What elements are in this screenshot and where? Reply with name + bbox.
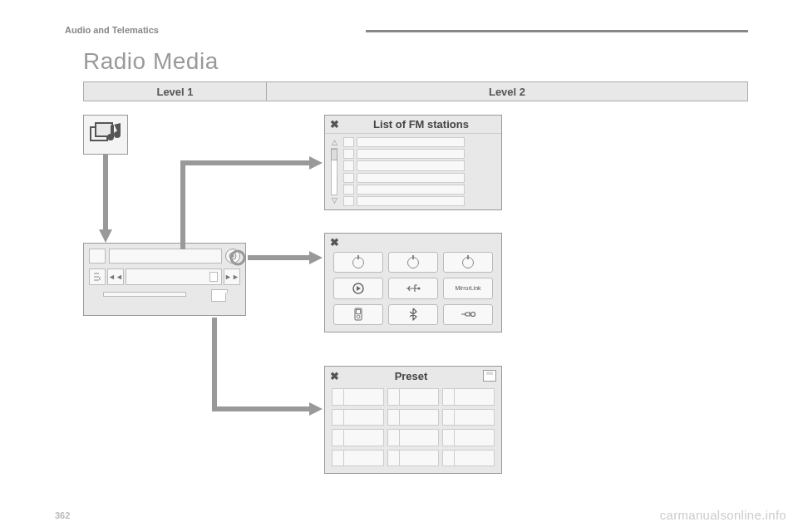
source-select-button[interactable] <box>225 249 240 264</box>
preset-button[interactable] <box>211 292 226 302</box>
page-title: Radio Media <box>83 48 219 75</box>
station-list <box>340 137 498 206</box>
scroll-up-icon[interactable]: △ <box>332 139 337 146</box>
svg-point-3 <box>232 255 234 258</box>
media-note-icon <box>89 121 122 149</box>
source-aux[interactable] <box>443 304 493 325</box>
preset-panel: ✖ Preset <box>324 366 502 474</box>
close-icon[interactable]: ✖ <box>330 118 339 131</box>
svg-marker-12 <box>309 251 323 264</box>
list-button[interactable] <box>89 268 106 285</box>
preset-slot[interactable] <box>387 388 440 406</box>
svg-marker-10 <box>99 229 112 243</box>
svg-point-5 <box>418 287 421 289</box>
fm-panel-title: List of FM stations <box>346 118 496 131</box>
watermark: carmanualsonline.info <box>660 508 786 522</box>
list-item[interactable] <box>343 173 495 183</box>
bluetooth-icon <box>409 308 417 321</box>
header-rule <box>366 30 748 32</box>
save-icon[interactable] <box>483 370 496 382</box>
preset-slot[interactable] <box>332 450 384 467</box>
preset-slot[interactable] <box>332 388 384 406</box>
scrollbar[interactable]: △ ▽ <box>328 137 340 206</box>
list-item[interactable] <box>343 149 495 159</box>
scroll-thumb[interactable] <box>331 149 337 160</box>
list-item[interactable] <box>343 196 495 206</box>
radio-antenna-icon <box>352 257 364 268</box>
source-disc[interactable] <box>333 278 383 298</box>
source-bluetooth[interactable] <box>388 304 438 325</box>
list-item[interactable] <box>343 185 495 195</box>
source-radio-3[interactable] <box>443 252 493 273</box>
prev-track-button[interactable]: ◄◄ <box>107 268 124 285</box>
progress-bar <box>103 292 186 297</box>
list-item[interactable] <box>343 160 495 170</box>
close-icon[interactable]: ✖ <box>330 370 339 382</box>
preset-slot[interactable] <box>387 409 440 426</box>
preset-slot[interactable] <box>332 429 384 446</box>
aux-jack-icon <box>460 310 476 318</box>
preset-slot[interactable] <box>442 409 495 426</box>
station-name-display <box>109 249 222 264</box>
mirrorlink-label: MirrorLink <box>455 285 480 291</box>
svg-marker-14 <box>309 402 323 416</box>
frequency-display <box>126 268 222 285</box>
section-header: Audio and Telematics <box>65 25 159 35</box>
level-1-header: Level 1 <box>84 82 267 101</box>
usb-icon <box>405 283 421 293</box>
preset-slot[interactable] <box>442 429 495 446</box>
svg-marker-11 <box>309 156 323 170</box>
radio-player-panel: ◄◄ ►► <box>83 243 246 316</box>
preset-slot[interactable] <box>442 388 495 406</box>
play-disc-icon <box>352 282 365 295</box>
level-2-header: Level 2 <box>267 82 747 101</box>
page-number: 362 <box>55 510 70 520</box>
radio-media-icon[interactable] <box>83 115 128 155</box>
source-radio-2[interactable] <box>388 252 438 273</box>
source-radio-1[interactable] <box>333 252 383 273</box>
list-item[interactable] <box>343 137 495 147</box>
ipod-icon <box>354 308 362 321</box>
svg-point-8 <box>357 315 360 318</box>
next-track-button[interactable]: ►► <box>224 268 240 285</box>
svg-point-9 <box>471 313 475 317</box>
preset-slot[interactable] <box>387 450 440 467</box>
radio-antenna-icon <box>462 257 474 268</box>
source-usb[interactable] <box>388 278 438 298</box>
player-mode-indicator <box>89 249 106 264</box>
scroll-down-icon[interactable]: ▽ <box>332 197 337 204</box>
close-icon[interactable]: ✖ <box>330 236 339 249</box>
radio-antenna-icon <box>407 257 419 268</box>
sources-panel: ✖ MirrorLink <box>324 233 502 332</box>
svg-rect-7 <box>357 310 361 314</box>
preset-slot[interactable] <box>332 409 384 426</box>
preset-grid <box>325 385 501 473</box>
fm-stations-panel: ✖ List of FM stations △ ▽ <box>324 115 502 210</box>
preset-panel-title: Preset <box>344 370 478 382</box>
source-ipod[interactable] <box>333 304 383 325</box>
preset-slot[interactable] <box>442 450 495 467</box>
level-table: Level 1 Level 2 <box>83 81 748 101</box>
source-mirrorlink[interactable]: MirrorLink <box>443 278 493 298</box>
preset-slot[interactable] <box>387 429 440 446</box>
